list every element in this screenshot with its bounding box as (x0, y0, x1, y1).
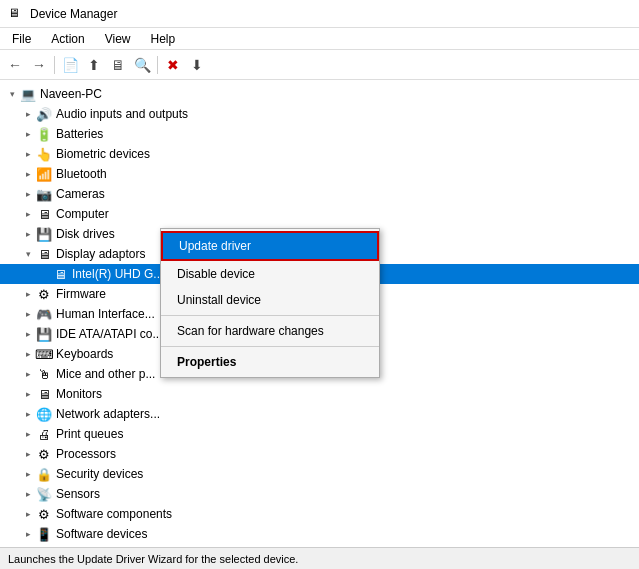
toolbar: ← → 📄 ⬆ 🖥 🔍 ✖ ⬇ (0, 50, 639, 80)
tree-item-sw-components[interactable]: ▸ ⚙ Software components (0, 504, 639, 524)
keyboards-label: Keyboards (56, 347, 113, 361)
back-button[interactable]: ← (4, 54, 26, 76)
expand-mice[interactable]: ▸ (20, 366, 36, 382)
network-label: Network adapters... (56, 407, 160, 421)
tree-item-network[interactable]: ▸ 🌐 Network adapters... (0, 404, 639, 424)
tree-item-biometric[interactable]: ▸ 👆 Biometric devices (0, 144, 639, 164)
expand-sw-components[interactable]: ▸ (20, 506, 36, 522)
sw-components-label: Software components (56, 507, 172, 521)
expand-comp[interactable]: ▸ (20, 206, 36, 222)
context-menu-sep-1 (161, 315, 379, 316)
tree-item-processors[interactable]: ▸ ⚙ Processors (0, 444, 639, 464)
monitors-icon: 🖥 (36, 386, 52, 402)
context-menu-scan-hardware[interactable]: Scan for hardware changes (161, 318, 379, 344)
network-icon: 🌐 (36, 406, 52, 422)
expand-sound[interactable]: ▸ (20, 546, 36, 547)
status-bar: Launches the Update Driver Wizard for th… (0, 547, 639, 569)
display-label: Display adaptors (56, 247, 145, 261)
display-icon: 🖥 (36, 246, 52, 262)
context-menu-properties[interactable]: Properties (161, 349, 379, 375)
expand-monitors[interactable]: ▸ (20, 386, 36, 402)
biometric-label: Biometric devices (56, 147, 150, 161)
print-icon: 🖨 (36, 426, 52, 442)
context-menu: Update driver Disable device Uninstall d… (160, 228, 380, 378)
tree-item-print[interactable]: ▸ 🖨 Print queues (0, 424, 639, 444)
tree-item-batteries[interactable]: ▸ 🔋 Batteries (0, 124, 639, 144)
download-button[interactable]: ⬇ (186, 54, 208, 76)
cameras-icon: 📷 (36, 186, 52, 202)
tree-item-sw-devices[interactable]: ▸ 📱 Software devices (0, 524, 639, 544)
firmware-label: Firmware (56, 287, 106, 301)
expand-intel (36, 266, 52, 282)
tree-item-audio[interactable]: ▸ 🔊 Audio inputs and outputs (0, 104, 639, 124)
disk-label: Disk drives (56, 227, 115, 241)
intel-label: Intel(R) UHD G... (72, 267, 163, 281)
mice-icon: 🖱 (36, 366, 52, 382)
audio-icon: 🔊 (36, 106, 52, 122)
delete-button[interactable]: ✖ (162, 54, 184, 76)
processors-label: Processors (56, 447, 116, 461)
tree-item-security[interactable]: ▸ 🔒 Security devices (0, 464, 639, 484)
expand-security[interactable]: ▸ (20, 466, 36, 482)
tree-item-sound[interactable]: ▸ 🔊 Sound, video and game controllers (0, 544, 639, 547)
sw-components-icon: ⚙ (36, 506, 52, 522)
tree-item-computer[interactable]: ▾ 💻 Naveen-PC (0, 84, 639, 104)
batteries-label: Batteries (56, 127, 103, 141)
tree-item-cameras[interactable]: ▸ 📷 Cameras (0, 184, 639, 204)
computer-icon: 💻 (20, 86, 36, 102)
menu-help[interactable]: Help (143, 30, 184, 48)
security-icon: 🔒 (36, 466, 52, 482)
menu-bar: File Action View Help (0, 28, 639, 50)
scan-button[interactable]: 🔍 (131, 54, 153, 76)
comp-icon: 🖥 (36, 206, 52, 222)
expand-disk[interactable]: ▸ (20, 226, 36, 242)
tree-item-monitors[interactable]: ▸ 🖥 Monitors (0, 384, 639, 404)
expand-print[interactable]: ▸ (20, 426, 36, 442)
toolbar-sep-2 (157, 56, 158, 74)
expand-display[interactable]: ▾ (20, 246, 36, 262)
expand-sw-devices[interactable]: ▸ (20, 526, 36, 542)
mice-label: Mice and other p... (56, 367, 155, 381)
tree-item-sensors[interactable]: ▸ 📡 Sensors (0, 484, 639, 504)
expand-batteries[interactable]: ▸ (20, 126, 36, 142)
context-menu-sep-2 (161, 346, 379, 347)
title-bar: 🖥 Device Manager (0, 0, 639, 28)
expand-processors[interactable]: ▸ (20, 446, 36, 462)
expand-computer[interactable]: ▾ (4, 86, 20, 102)
audio-label: Audio inputs and outputs (56, 107, 188, 121)
expand-bluetooth[interactable]: ▸ (20, 166, 36, 182)
monitors-label: Monitors (56, 387, 102, 401)
expand-biometric[interactable]: ▸ (20, 146, 36, 162)
batteries-icon: 🔋 (36, 126, 52, 142)
expand-hid[interactable]: ▸ (20, 306, 36, 322)
sensors-label: Sensors (56, 487, 100, 501)
expand-firmware[interactable]: ▸ (20, 286, 36, 302)
expand-cameras[interactable]: ▸ (20, 186, 36, 202)
menu-action[interactable]: Action (43, 30, 92, 48)
bluetooth-label: Bluetooth (56, 167, 107, 181)
menu-file[interactable]: File (4, 30, 39, 48)
menu-view[interactable]: View (97, 30, 139, 48)
properties-button[interactable]: 📄 (59, 54, 81, 76)
tree-item-bluetooth[interactable]: ▸ 📶 Bluetooth (0, 164, 639, 184)
sw-devices-label: Software devices (56, 527, 147, 541)
tree-item-comp[interactable]: ▸ 🖥 Computer (0, 204, 639, 224)
toolbar-sep-1 (54, 56, 55, 74)
uninstall-button[interactable]: 🖥 (107, 54, 129, 76)
update-driver-button[interactable]: ⬆ (83, 54, 105, 76)
print-label: Print queues (56, 427, 123, 441)
expand-audio[interactable]: ▸ (20, 106, 36, 122)
biometric-icon: 👆 (36, 146, 52, 162)
title-bar-text: Device Manager (30, 7, 117, 21)
keyboards-icon: ⌨ (36, 346, 52, 362)
forward-button[interactable]: → (28, 54, 50, 76)
expand-network[interactable]: ▸ (20, 406, 36, 422)
ide-label: IDE ATA/ATAPI co... (56, 327, 162, 341)
context-menu-update-driver[interactable]: Update driver (161, 231, 379, 261)
expand-sensors[interactable]: ▸ (20, 486, 36, 502)
expand-ide[interactable]: ▸ (20, 326, 36, 342)
context-menu-disable-device[interactable]: Disable device (161, 261, 379, 287)
app-icon: 🖥 (8, 6, 24, 22)
firmware-icon: ⚙ (36, 286, 52, 302)
context-menu-uninstall-device[interactable]: Uninstall device (161, 287, 379, 313)
